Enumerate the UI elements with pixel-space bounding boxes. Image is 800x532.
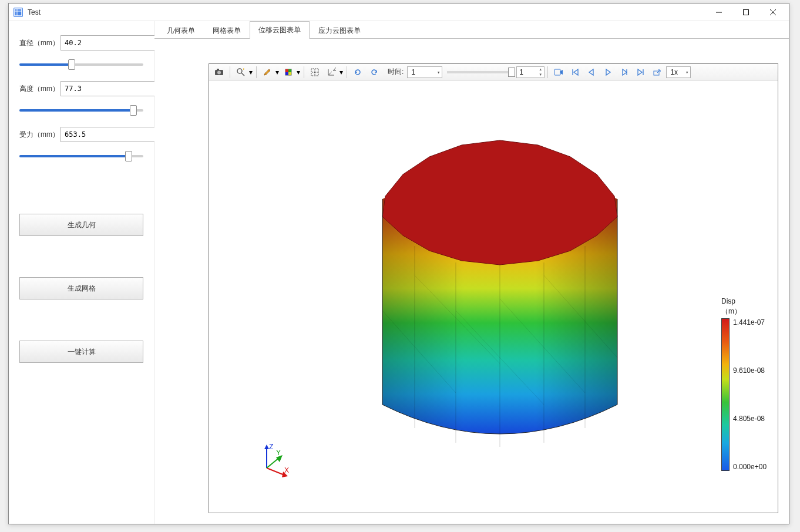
- zoom-dropdown-icon[interactable]: ▾: [248, 68, 253, 76]
- svg-marker-34: [264, 445, 269, 449]
- compute-button[interactable]: 一键计算: [19, 341, 143, 363]
- cube-dropdown-icon[interactable]: ▾: [296, 68, 301, 76]
- tab-displacement[interactable]: 位移云图表单: [250, 21, 310, 39]
- force-input[interactable]: [60, 127, 159, 142]
- svg-text:z: z: [333, 68, 336, 73]
- model-render: [362, 99, 638, 457]
- compute-label: 一键计算: [68, 347, 96, 357]
- axis-triad: Z X Y: [256, 443, 291, 479]
- diameter-slider[interactable]: [19, 63, 143, 66]
- prev-icon[interactable]: [584, 66, 599, 79]
- play-icon[interactable]: [600, 66, 616, 79]
- height-input[interactable]: [60, 81, 159, 96]
- svg-point-16: [314, 71, 316, 73]
- viewport-toolbar: ▾ ▾ ▾ z ▾ 时间: 1: [209, 64, 778, 80]
- main-area: 几何表单 网格表单 位移云图表单 应力云图表单 ▾ ▾: [154, 21, 789, 524]
- brush-icon[interactable]: [260, 66, 275, 79]
- axes-dropdown-icon[interactable]: ▾: [339, 68, 344, 76]
- viewport[interactable]: ▾ ▾ ▾ z ▾ 时间: 1: [209, 63, 778, 513]
- force-slider[interactable]: [19, 155, 143, 157]
- svg-line-9: [241, 73, 244, 76]
- generate-geometry-label: 生成几何: [68, 220, 96, 230]
- svg-rect-18: [554, 69, 560, 75]
- time-label: 时间:: [388, 67, 404, 77]
- height-label: 高度（mm）: [19, 84, 56, 94]
- legend-ticks: 1.441e-07 9.610e-08 4.805e-08 0.000e+00: [733, 318, 767, 471]
- frame-stepper[interactable]: 1▲▼: [516, 66, 544, 78]
- svg-rect-14: [288, 72, 291, 75]
- generate-geometry-button[interactable]: 生成几何: [19, 214, 143, 236]
- time-slider[interactable]: [447, 71, 512, 73]
- force-label: 受力（mm）: [19, 130, 56, 140]
- axes-icon[interactable]: z: [324, 66, 339, 79]
- svg-rect-11: [285, 69, 288, 72]
- generate-mesh-button[interactable]: 生成网格: [19, 277, 143, 299]
- close-button[interactable]: [759, 4, 786, 21]
- svg-text:Z: Z: [269, 443, 273, 451]
- legend-title-2: （m）: [721, 307, 741, 315]
- svg-rect-2: [744, 9, 749, 15]
- diameter-label: 直径（mm）: [19, 38, 56, 48]
- svg-rect-13: [285, 72, 288, 75]
- svg-rect-7: [217, 69, 219, 70]
- svg-text:X: X: [284, 466, 289, 474]
- svg-text:Y: Y: [276, 449, 281, 457]
- next-icon[interactable]: [617, 66, 632, 79]
- svg-line-36: [267, 468, 284, 475]
- refresh-icon[interactable]: [350, 66, 365, 79]
- cube-icon[interactable]: [281, 66, 296, 79]
- fit-icon[interactable]: [307, 66, 322, 79]
- color-legend: Disp （m） 1.441e-07 9.610e-08 4.805e-08 0…: [721, 296, 771, 471]
- svg-rect-12: [288, 69, 291, 72]
- svg-point-8: [237, 69, 242, 73]
- camera-icon[interactable]: [211, 66, 227, 79]
- minimize-button[interactable]: [705, 4, 732, 21]
- tab-mesh[interactable]: 网格表单: [204, 22, 250, 39]
- legend-bar: [721, 318, 730, 471]
- tab-geometry[interactable]: 几何表单: [158, 22, 204, 39]
- svg-point-6: [217, 70, 221, 74]
- record-icon[interactable]: [551, 66, 566, 79]
- height-slider[interactable]: [19, 109, 143, 112]
- legend-title-1: Disp: [721, 297, 735, 305]
- brush-dropdown-icon[interactable]: ▾: [275, 68, 280, 76]
- app-window: Test 直径（mm） 高度（mm） 受力（mm）: [8, 3, 789, 524]
- zoom-icon[interactable]: [233, 66, 248, 79]
- svg-rect-0: [15, 9, 22, 16]
- tab-stress[interactable]: 应力云图表单: [310, 22, 369, 39]
- side-panel: 直径（mm） 高度（mm） 受力（mm） 生成几何: [9, 21, 154, 524]
- tab-bar: 几何表单 网格表单 位移云图表单 应力云图表单: [154, 21, 789, 39]
- app-icon: [14, 8, 23, 17]
- diameter-input[interactable]: [60, 35, 159, 50]
- last-icon[interactable]: [633, 66, 648, 79]
- time-combo[interactable]: 1: [407, 66, 442, 78]
- first-icon[interactable]: [567, 66, 583, 79]
- reset-icon[interactable]: [367, 66, 382, 79]
- export-icon[interactable]: [650, 66, 665, 79]
- window-title: Test: [28, 8, 705, 16]
- title-bar: Test: [9, 4, 789, 21]
- generate-mesh-label: 生成网格: [68, 284, 96, 294]
- maximize-button[interactable]: [732, 4, 759, 21]
- speed-combo[interactable]: 1x: [666, 66, 691, 78]
